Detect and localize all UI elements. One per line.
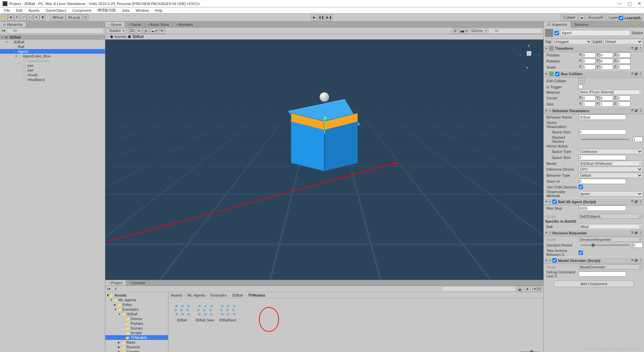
gameobject-icon[interactable] [545,29,553,37]
breadcrumb-ml-agents[interactable]: ML-Agents [187,293,205,297]
pivot-toggle[interactable]: ⊕Pivot [50,14,65,20]
tab-animator[interactable]: ▫ Animator [173,22,197,27]
layer-dropdown[interactable]: Default [603,39,643,44]
pos-x[interactable] [582,52,596,58]
hand-tool-icon[interactable]: ✋ [1,14,7,20]
hierarchy-item[interactable]: ⬚mouth [0,73,105,77]
tab-services[interactable]: Services [571,22,592,27]
scene-header[interactable]: ▼⬢ 3DBall [0,35,105,40]
project-folder[interactable]: ▼📁3DBall [105,312,168,316]
orientation-gizmo[interactable]: y x z [519,44,539,64]
play-icon[interactable]: ▶ [311,14,317,20]
create-project-dropdown[interactable]: +▾ [107,287,111,291]
favorite-icon[interactable]: ★ [114,287,117,291]
audio-icon[interactable]: 🔊 [143,28,149,34]
project-folder[interactable]: ▼📁ML-Agents [105,298,168,302]
ball-field[interactable]: ⊞Ball [579,224,643,229]
breadcrumb-assets[interactable]: Assets [171,293,182,297]
action-space-size[interactable] [579,155,626,160]
scene-search[interactable] [488,28,542,34]
project-folder[interactable]: ▶📁Bouncer [105,345,168,349]
takeactions-checkbox[interactable] [579,251,583,255]
menu-增强版功能[interactable]: 增强版功能 [95,7,118,13]
rotate-tool-icon[interactable]: ↻ [14,14,20,20]
istrigger-checkbox[interactable] [579,85,583,89]
autosave-toggle[interactable]: Auto Save [619,16,641,20]
scale-tool-icon[interactable]: ⤢ [20,14,26,20]
menu-edit[interactable]: Edit [13,8,25,13]
account-dropdown[interactable]: Account ▾ [586,14,605,20]
breadcrumb-3dball[interactable]: 3DBall [232,293,243,297]
gizmos-dropdown[interactable]: Gizmos [469,28,488,34]
rot-z[interactable] [617,58,631,64]
modeloverrider-header[interactable]: ▼#Model Overrider (Script)?⇄⋮ [544,257,644,264]
collab-dropdown[interactable]: Collab ▾ [561,14,578,20]
project-folder[interactable]: ▼📁Examples [105,307,168,312]
add-component-button[interactable]: Add Component [554,280,634,287]
minimize-icon[interactable]: — [617,1,622,6]
hidden-packages-icon[interactable]: 👁20 [532,286,542,292]
tab-inspector[interactable]: ⓘ Inspector [544,21,571,28]
breadcrumb-examples[interactable]: Examples [211,293,227,297]
ball3dagent-header[interactable]: ▼#Ball 3D Agent (Script)?⇄⋮ [544,198,644,205]
maximize-icon[interactable]: ▢ [628,1,632,6]
inference-dropdown[interactable]: CPU [579,167,643,172]
menu-window[interactable]: Window [133,8,152,13]
hierarchy-item[interactable]: ⬚Ball [0,44,105,49]
project-search[interactable] [442,286,516,292]
space-type-dropdown[interactable]: Continuous [579,149,643,154]
tab-scene[interactable]: ▫ Scene [105,22,125,27]
static-toggle[interactable]: Static▾ [632,31,643,35]
inspector-options-icon[interactable]: 🔒 ⋮ [631,22,644,27]
asset-3dball_new[interactable]: 3DBall_New [195,302,214,322]
scene-crumb[interactable]: ⬢ 3DBall [128,35,144,39]
behavior-name-field[interactable] [579,115,626,120]
scenes-crumb[interactable]: ⬢ Scenes [110,35,127,39]
asset-3dball[interactable]: 3DBall [172,302,191,322]
physmat-field[interactable]: None (Physic Material) [579,90,643,95]
menu-gameobject[interactable]: GameObject [43,8,69,13]
tab-game[interactable]: ▫ Game [125,22,145,27]
object-name-field[interactable] [560,30,630,36]
hierarchy-item[interactable]: ⬚AgentCamera [0,58,105,63]
menu-assets[interactable]: Assets [26,8,42,13]
hierarchy-search[interactable] [7,28,104,34]
favorite-filter-icon[interactable]: ★ [525,286,531,292]
back-icon[interactable]: ‹ [107,35,109,39]
pos-z[interactable] [617,52,631,58]
transform-tool-icon[interactable]: ✦ [33,14,39,20]
tab-console[interactable]: ▫ Console [126,280,149,285]
child-sensors-checkbox[interactable] [579,185,583,189]
shading-dropdown[interactable]: Shaded [107,28,125,34]
hierarchy-item[interactable]: ⬚eye [0,63,105,68]
tag-dropdown[interactable]: Untagged [552,39,592,44]
close-icon[interactable]: ✕ [638,1,641,6]
observable-dropdown[interactable]: Ignore [579,191,643,196]
perspective-label[interactable]: ◂ Persp [526,65,539,69]
menu-file[interactable]: File [1,8,13,13]
rect-tool-icon[interactable]: ▭ [27,14,33,20]
local-toggle[interactable]: ⊞Local [66,14,82,20]
hierarchy-item[interactable]: ▼⬚3DBall [0,40,105,44]
create-dropdown-icon[interactable]: +▾ [1,29,5,33]
rot-x[interactable] [582,58,596,64]
model-field[interactable]: ⊞3DBall (NNModel) [579,161,643,166]
pos-y[interactable] [600,52,613,58]
decisionreq-header[interactable]: ▼#Decision Requester?⇄⋮ [544,229,644,236]
project-folder[interactable]: 📁Prefabs [105,321,168,326]
scene-viewport[interactable]: y x z ◂ Persp [105,40,543,280]
tab-project[interactable]: ▫ Project [105,280,126,285]
menu-component[interactable]: Component [69,8,94,13]
snap-icon[interactable]: ⊡ [83,14,89,20]
tab-hierarchy[interactable]: ≡ Hierarchy [0,22,26,27]
2d-toggle[interactable]: 2D [128,28,135,34]
debug-cmdline-field[interactable] [579,271,626,277]
tab-asset-store[interactable]: ▫ Asset Store [145,22,173,27]
obs-space-size[interactable] [579,129,626,135]
menu-jobs[interactable]: Jobs [119,8,132,13]
filter-icon[interactable]: ⬓ [517,286,523,292]
project-folder[interactable]: ▶📁Editor [105,302,168,307]
project-folder[interactable]: 📁Demos [105,316,168,321]
custom-tool-icon[interactable]: ✖ [40,14,46,20]
hierarchy-item[interactable]: ▼⬚Agent [0,49,105,54]
